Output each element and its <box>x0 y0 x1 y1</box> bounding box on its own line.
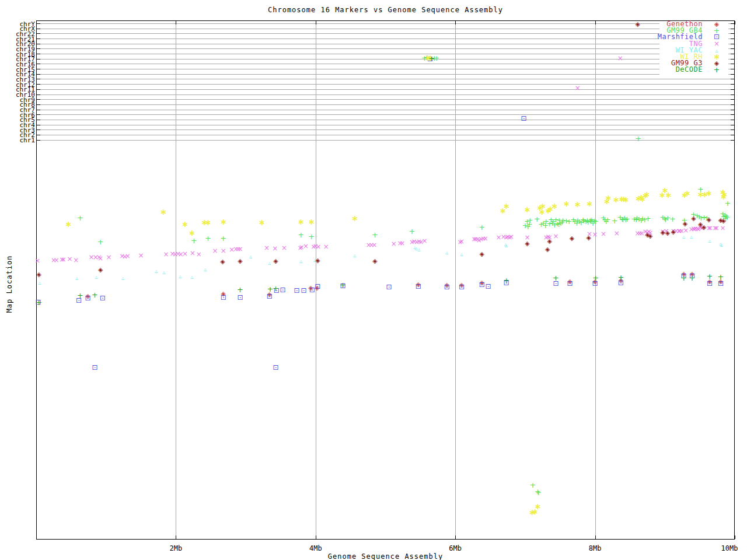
chromosome-gridline-chr9 <box>37 99 734 100</box>
data-point-wi-yac: ▵ <box>160 268 168 276</box>
bottom-tick-10Mb <box>735 536 735 539</box>
chromosome-gridline-chr3 <box>37 130 734 130</box>
chromosome-gridline-chr12 <box>37 84 734 85</box>
data-point-gm99-gb4: + <box>308 233 316 241</box>
data-point-wi-rh: ∗ <box>664 191 672 199</box>
data-point-wi-rh: ∗ <box>159 208 167 216</box>
data-point-tng: × <box>195 250 203 258</box>
data-point-tng: × <box>181 250 189 258</box>
data-point-wi-yac: ▵ <box>246 253 254 261</box>
right-tick-chr14 <box>731 74 734 75</box>
left-tick-chr15 <box>37 69 40 69</box>
data-point-tng: × <box>219 247 228 255</box>
bottom-tick-2Mb <box>176 536 176 539</box>
data-point-wi-rh: ∗ <box>308 218 316 226</box>
chart-canvas: Chromosome 16 Markers vs Genome Sequence… <box>0 0 747 560</box>
data-point-tng: × <box>33 257 41 265</box>
data-point-gm99-g3: ◈ <box>272 257 280 265</box>
data-point-wi-rh: ∗ <box>523 205 531 214</box>
data-point-gm99-g3: ◈ <box>236 257 245 265</box>
data-point-gm99-g3: ◈ <box>646 232 654 240</box>
chromosome-gridline-chr7 <box>37 110 734 110</box>
left-tick-chr12 <box>37 84 40 85</box>
data-point-tng: × <box>370 241 378 249</box>
data-point-gm99-g3: ◈ <box>720 217 728 225</box>
data-point-gm99-gb4: + <box>219 235 228 243</box>
left-tick-chr16 <box>37 64 40 64</box>
data-point-marshfield: ⊡ <box>91 363 99 372</box>
right-tick-chr13 <box>731 79 734 79</box>
chart-title: Chromosome 16 Markers vs Genome Sequence… <box>36 6 735 14</box>
top-tick-4Mb <box>316 21 316 24</box>
chromosome-gridline-chr13 <box>37 79 734 79</box>
right-tick-chr12 <box>731 84 734 85</box>
right-tick-chr1 <box>731 140 734 141</box>
left-tick-chrY <box>37 23 40 24</box>
data-point-tng: × <box>96 254 104 262</box>
data-point-gm99-gb4: + <box>204 235 212 243</box>
data-point-decode: + <box>688 274 696 282</box>
data-point-tng: × <box>616 54 624 62</box>
right-tick-chr11 <box>731 89 734 90</box>
data-point-wi-yac: ▵ <box>351 251 359 260</box>
data-point-tng: × <box>421 237 429 245</box>
data-point-tng: × <box>124 252 132 260</box>
data-point-tng: × <box>458 237 466 246</box>
data-point-wi-yac: ▵ <box>717 241 725 249</box>
x-axis-label: Genome Sequence Assembly <box>36 552 735 560</box>
left-tick-chrX <box>37 29 40 29</box>
top-tick-2Mb <box>176 21 176 24</box>
chromosome-gridline-chr5 <box>37 120 734 120</box>
left-tick-chr10 <box>37 94 40 95</box>
data-point-gm99-gb4: + <box>535 489 543 497</box>
chromosome-gridline-chr21 <box>37 38 734 39</box>
data-point-wi-yac: ▵ <box>706 237 714 245</box>
data-point-gm99-gb4: + <box>408 228 416 236</box>
x-tick-label-8Mb: 8Mb <box>578 544 613 552</box>
data-point-decode: + <box>502 276 511 285</box>
right-tick-chr4 <box>731 125 734 125</box>
data-point-marshfield: ⊡ <box>458 283 466 291</box>
x-tick-label-4Mb: 4Mb <box>298 544 333 552</box>
data-point-wi-yac: ▵ <box>201 265 210 274</box>
data-point-tng: × <box>398 239 406 247</box>
left-tick-chr11 <box>37 89 40 90</box>
data-point-tng: × <box>315 243 323 251</box>
data-point-wi-rh: ∗ <box>533 502 542 510</box>
data-point-tng: × <box>263 244 271 252</box>
top-tick-10Mb <box>735 21 735 24</box>
left-tick-chr3 <box>37 130 40 130</box>
data-point-tng: × <box>72 256 80 264</box>
data-point-wi-yac: ▵ <box>92 273 100 281</box>
chromosome-gridline-chr1 <box>37 140 734 141</box>
left-tick-chr5 <box>37 120 40 120</box>
cross-marker-icon: × <box>711 41 722 47</box>
data-point-marshfield: ⊡ <box>414 282 423 290</box>
left-tick-chr1 <box>37 140 40 141</box>
data-point-wi-yac: ▵ <box>297 257 305 265</box>
data-point-marshfield: ⊡ <box>219 293 228 302</box>
data-point-tng: × <box>236 245 245 253</box>
chromosome-gridline-chr6 <box>37 114 734 115</box>
data-point-wi-rh: ∗ <box>502 202 511 210</box>
data-point-gm99-g3: ◈ <box>634 20 642 29</box>
left-tick-chr14 <box>37 74 40 75</box>
data-point-wi-yac: ▵ <box>188 273 196 281</box>
data-point-marshfield: ⊡ <box>279 286 287 294</box>
data-point-marshfield: ⊡ <box>385 283 393 291</box>
chromosome-gridline-chrX <box>37 29 734 29</box>
chromosome-gridline-chr4 <box>37 125 734 125</box>
left-tick-chr17 <box>37 59 40 60</box>
data-point-tng: × <box>137 251 145 260</box>
data-point-decode: + <box>680 274 688 282</box>
data-point-tng: × <box>507 233 515 241</box>
data-point-tng: × <box>481 235 490 243</box>
data-point-tng: × <box>322 243 330 251</box>
data-point-wi-yac: ▵ <box>176 272 184 281</box>
data-point-wi-yac: ▵ <box>502 242 511 250</box>
data-point-wi-rh: ∗ <box>181 220 189 228</box>
y-tick-label-chr1: chr1 <box>0 137 35 144</box>
data-point-tng: × <box>271 244 279 253</box>
legend-label: DeCODE <box>676 66 703 73</box>
data-point-gm99-gb4: + <box>371 231 379 239</box>
